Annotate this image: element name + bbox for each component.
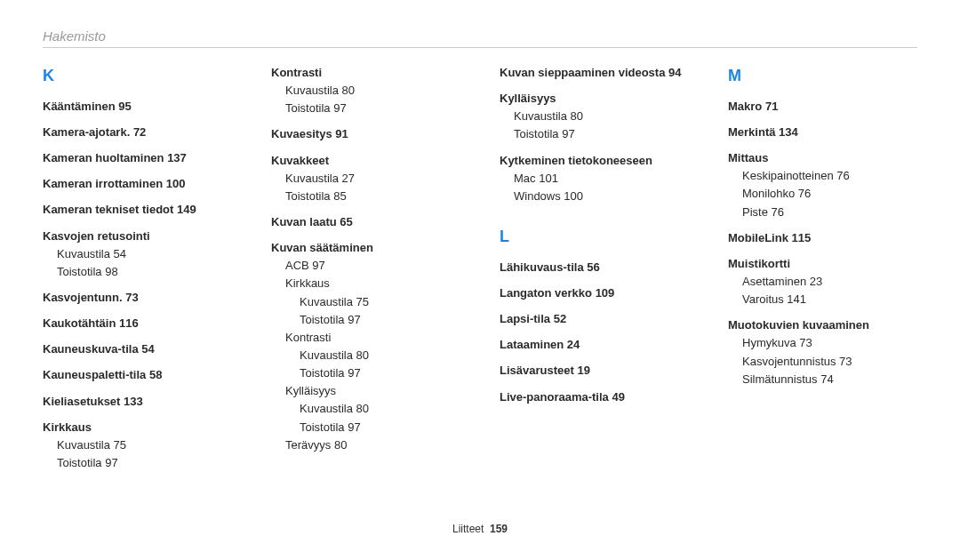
footer-label: Liitteet (452, 523, 484, 535)
index-entry: Hymykuva 73 (728, 334, 917, 352)
page-header: Hakemisto (43, 28, 917, 44)
index-entry: Kirkkaus (271, 275, 460, 292)
index-entry: Kuvan säätäminen (271, 239, 460, 257)
index-entry: Kirkkaus (43, 419, 232, 436)
index-entry: Kuvaustila 80 (271, 82, 460, 100)
index-entry: Langaton verkko 109 (500, 284, 689, 302)
index-entry: Silmätunnistus 74 (728, 371, 917, 388)
index-entry: Kaukotähtäin 116 (43, 315, 232, 332)
index-entry: Asettaminen 23 (728, 273, 917, 291)
index-entry: Kauneuspaletti-tila 58 (43, 366, 232, 384)
index-entry: Terävyys 80 (271, 436, 460, 454)
index-entry: Kieliasetukset 133 (43, 393, 232, 411)
index-entry: Lataaminen 24 (500, 336, 689, 354)
index-entry: Kuvaustila 75 (271, 293, 460, 311)
index-entry: Monilohko 76 (728, 185, 917, 203)
col4-entries: Makro 71Merkintä 134MittausKeskipainotte… (728, 98, 917, 388)
index-entry: Toistotila 85 (271, 188, 460, 205)
index-entry: Kuvaesitys 91 (271, 125, 460, 143)
index-entry: Lähikuvaus-tila 56 (500, 259, 689, 276)
index-entry: Keskipainotteinen 76 (728, 167, 917, 185)
index-entry: Mittaus (728, 149, 917, 167)
index-entry: ACB 97 (271, 257, 460, 275)
index-columns: K Kääntäminen 95Kamera-ajotark. 72Kamera… (43, 64, 917, 472)
col3-entries: Lähikuvaus-tila 56Langaton verkko 109Lap… (500, 259, 689, 406)
index-entry: Merkintä 134 (728, 124, 917, 141)
index-entry: Kameran irrottaminen 100 (43, 175, 232, 193)
index-entry: Kylläisyys (500, 90, 689, 108)
footer-page: 159 (490, 523, 508, 535)
index-entry: Kasvojentunnistus 73 (728, 353, 917, 371)
index-entry: Kameran huoltaminen 137 (43, 149, 232, 167)
index-entry: Kuvaustila 27 (271, 170, 460, 188)
index-entry: Toistotila 97 (43, 454, 232, 472)
index-entry: Toistotila 97 (271, 364, 460, 382)
index-entry: Kamera-ajotark. 72 (43, 124, 232, 141)
section-letter-m: M (728, 64, 917, 89)
index-entry: Kuvan sieppaaminen videosta 94 (500, 64, 689, 82)
index-entry: Toistotila 97 (271, 100, 460, 117)
column-2: KontrastiKuvaustila 80Toistotila 97Kuvae… (271, 64, 460, 472)
col1-entries: Kääntäminen 95Kamera-ajotark. 72Kameran … (43, 98, 232, 472)
index-entry: Kontrasti (271, 329, 460, 347)
col3-precont: Kuvan sieppaaminen videosta 94Kylläisyys… (500, 64, 689, 205)
index-entry: Mac 101 (500, 170, 689, 188)
column-4: M Makro 71Merkintä 134MittausKeskipainot… (728, 64, 917, 472)
index-entry: Piste 76 (728, 204, 917, 221)
col2-entries: KontrastiKuvaustila 80Toistotila 97Kuvae… (271, 64, 460, 454)
section-letter-l: L (500, 225, 689, 250)
index-entry: Live-panoraama-tila 49 (500, 388, 689, 406)
index-entry: Kääntäminen 95 (43, 98, 232, 116)
index-entry: Kuvaustila 80 (271, 400, 460, 418)
page-footer: Liitteet 159 (0, 523, 960, 535)
index-entry: Kytkeminen tietokoneeseen (500, 152, 689, 170)
index-entry: Muotokuvien kuvaaminen (728, 316, 917, 334)
index-entry: Kuvaustila 75 (43, 436, 232, 454)
index-entry: Toistotila 98 (43, 263, 232, 281)
index-entry: Kuvan laatu 65 (271, 213, 460, 231)
index-entry: Makro 71 (728, 98, 917, 116)
index-entry: MobileLink 115 (728, 229, 917, 247)
index-entry: Lapsi-tila 52 (500, 310, 689, 328)
index-entry: Kasvojentunn. 73 (43, 289, 232, 307)
index-entry: Lisävarusteet 19 (500, 362, 689, 380)
divider (43, 47, 917, 48)
index-entry: Kuvaustila 80 (500, 108, 689, 125)
index-entry: Kuvakkeet (271, 152, 460, 170)
index-entry: Toistotila 97 (271, 419, 460, 436)
index-entry: Toistotila 97 (271, 311, 460, 329)
index-entry: Windows 100 (500, 188, 689, 205)
index-entry: Kuvaustila 54 (43, 245, 232, 263)
index-entry: Kuvaustila 80 (271, 347, 460, 364)
column-3: Kuvan sieppaaminen videosta 94Kylläisyys… (500, 64, 689, 472)
index-entry: Kasvojen retusointi (43, 228, 232, 245)
index-entry: Muistikortti (728, 255, 917, 273)
index-entry: Kontrasti (271, 64, 460, 82)
index-entry: Varoitus 141 (728, 291, 917, 308)
index-entry: Kauneuskuva-tila 54 (43, 340, 232, 358)
index-entry: Kylläisyys (271, 382, 460, 400)
index-entry: Toistotila 97 (500, 125, 689, 143)
index-entry: Kameran tekniset tiedot 149 (43, 201, 232, 219)
section-letter-k: K (43, 64, 232, 89)
column-1: K Kääntäminen 95Kamera-ajotark. 72Kamera… (43, 64, 232, 472)
